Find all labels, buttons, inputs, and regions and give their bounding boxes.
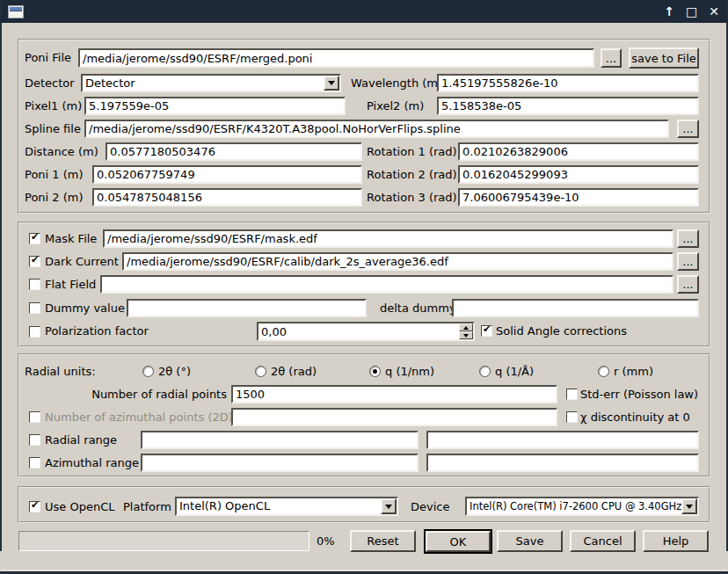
poni-file-label: Poni File [25,48,71,67]
chevron-down-icon[interactable] [381,498,397,514]
rotation2-label: Rotation 2 (rad) [367,165,457,184]
radio-q-angstrom[interactable] [479,366,491,377]
device-label: Device [411,498,449,516]
dark-current-label: Dark Current [45,252,119,271]
save-to-file-button[interactable]: save to File [629,47,699,69]
radio-2theta-deg-label: 2θ (°) [158,362,191,381]
shade-icon[interactable]: ↑ [664,0,674,23]
polarization-value-input[interactable] [258,323,459,339]
radial-range-min-input[interactable] [141,431,419,449]
help-button[interactable]: Help [643,530,709,552]
radial-range-checkbox[interactable] [29,434,40,446]
platform-selected-value: Intel(R) OpenCL [177,498,381,514]
std-err-label: Std-err (Poisson law) [580,385,698,403]
chevron-down-icon[interactable] [681,498,697,514]
dummy-value-input[interactable] [127,299,367,317]
mask-file-label: Mask File [45,229,97,248]
poni1-input[interactable] [92,165,362,184]
platform-label: Platform [123,498,171,516]
poni-file-browse-button[interactable]: ... [601,48,622,68]
poni2-input[interactable] [92,188,362,207]
save-button[interactable]: Save [497,530,563,552]
use-opencl-label: Use OpenCL [45,498,114,516]
dummy-value-checkbox[interactable] [29,302,40,314]
polarization-label: Polarization factor [45,322,149,340]
azimuthal-range-max-input[interactable] [426,454,699,472]
flat-field-browse-button[interactable]: ... [677,275,699,294]
solid-angle-label: Solid Angle corrections [496,322,627,340]
spin-down-icon[interactable] [459,331,473,339]
delta-dummy-label: delta dummy [380,299,456,317]
azimuthal-points-checkbox[interactable] [29,411,40,423]
azimuthal-range-label: Azimuthal range [45,454,139,472]
radio-q-angstrom-label: q (1/Å) [495,362,534,381]
radio-2theta-rad-label: 2θ (rad) [271,362,317,381]
chi-discontinuity-label: χ discontinuity at 0 [580,408,690,426]
radial-points-label: Number of radial points [86,385,227,403]
radio-2theta-rad[interactable] [255,366,266,377]
azimuthal-points-input[interactable] [231,408,557,426]
radial-range-label: Radial range [45,431,117,449]
pixel1-input[interactable] [84,97,346,115]
spin-up-icon[interactable] [459,323,473,331]
polarization-checkbox[interactable] [29,326,40,338]
radial-range-max-input[interactable] [426,431,699,449]
platform-select[interactable]: Intel(R) OpenCL [175,497,398,516]
dark-current-input[interactable] [122,252,673,271]
rotation1-input[interactable] [458,142,699,161]
pyfai-integration-dialog: ↑ □ ✕ Poni File ... save to File Detecto… [0,0,728,574]
delta-dummy-input[interactable] [452,299,699,317]
rotation3-input[interactable] [458,188,699,207]
mask-file-input[interactable] [103,229,673,248]
pixel1-label: Pixel1 (m) [25,97,82,115]
maximize-icon[interactable]: □ [686,0,697,23]
radio-q-nm[interactable] [369,366,381,377]
ok-button[interactable]: OK [426,531,491,552]
solid-angle-checkbox[interactable] [481,325,492,337]
azimuthal-range-checkbox[interactable] [29,457,40,469]
mask-file-checkbox[interactable] [29,233,40,244]
radio-r-mm[interactable] [598,366,609,377]
azimuthal-range-min-input[interactable] [141,454,419,472]
radial-units-label: Radial units: [25,362,96,381]
poni2-label: Poni 2 (m) [25,188,84,207]
dark-current-browse-button[interactable]: ... [677,252,699,271]
titlebar[interactable]: ↑ □ ✕ [0,0,728,23]
std-err-checkbox[interactable] [566,389,578,400]
detector-select[interactable]: Detector [81,74,341,92]
distance-input[interactable] [106,142,362,161]
wavelength-label: Wavelength (m) [351,74,442,92]
chi-discontinuity-checkbox[interactable] [566,411,578,423]
pixel2-input[interactable] [437,97,699,115]
spline-file-browse-button[interactable]: ... [677,120,699,138]
cancel-button[interactable]: Cancel [570,530,636,552]
close-icon[interactable]: ✕ [709,0,719,23]
rotation1-label: Rotation 1 (rad) [367,142,457,161]
rotation2-input[interactable] [458,165,699,184]
use-opencl-checkbox[interactable] [29,501,40,512]
radio-2theta-deg[interactable] [142,366,154,377]
poni-file-input[interactable] [78,48,594,68]
flat-field-label: Flat Field [45,275,96,294]
radio-r-mm-label: r (mm) [614,362,653,381]
detector-selected-value: Detector [83,76,324,91]
pixel2-label: Pixel2 (m) [367,97,424,115]
rotation3-label: Rotation 3 (rad) [367,188,457,207]
chevron-down-icon[interactable] [324,76,339,91]
distance-label: Distance (m) [25,142,98,161]
wavelength-input[interactable] [437,74,699,92]
flat-field-input[interactable] [100,275,673,294]
poni1-label: Poni 1 (m) [25,165,84,184]
spline-file-input[interactable] [84,120,669,138]
azimuthal-points-label: Number of azimuthal points (2D) [45,408,233,426]
radial-points-input[interactable] [231,385,557,403]
device-select[interactable]: Intel(R) Core(TM) i7-2600 CPU @ 3.40GHz [465,497,699,516]
window-bevel-bottom [2,570,726,570]
polarization-spinbox[interactable] [257,322,475,341]
mask-file-browse-button[interactable]: ... [677,229,699,248]
flat-field-checkbox[interactable] [29,279,40,290]
reset-button[interactable]: Reset [350,530,416,552]
window-border-left [0,0,2,551]
dark-current-checkbox[interactable] [29,256,40,267]
progress-bar [18,531,309,551]
